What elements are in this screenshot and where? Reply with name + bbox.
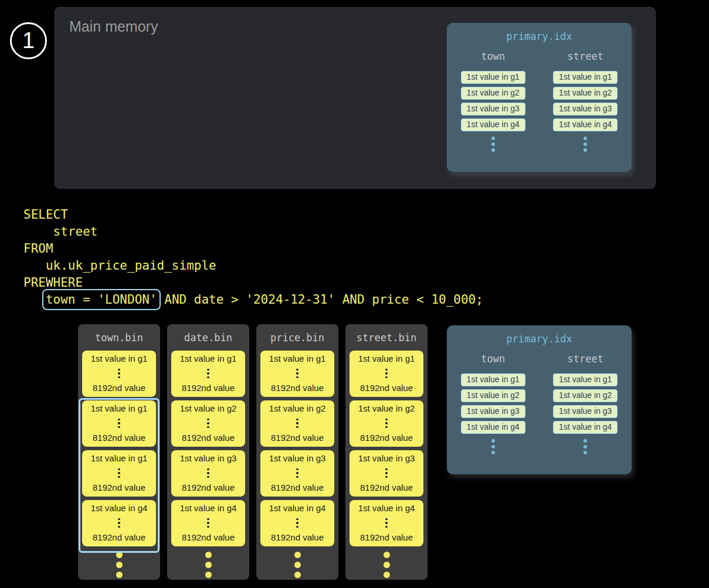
- granule-first-value: 1st value in g3: [269, 454, 326, 464]
- granule: 1st value in g1 8192nd value: [171, 351, 245, 397]
- dot: [491, 439, 495, 443]
- granule: 1st value in g4 8192nd value: [82, 500, 156, 546]
- dot: [118, 518, 120, 521]
- granule-last-value: 8192nd value: [360, 383, 413, 393]
- granule: 1st value in g1 8192nd value: [260, 351, 334, 397]
- sql-prewhere-highlight: town = 'LONDON': [46, 293, 157, 307]
- index-entry: 1st value in g4: [553, 421, 618, 434]
- dot: [205, 572, 212, 578]
- dot: [385, 526, 388, 528]
- dot: [296, 422, 298, 424]
- index-entries: 1st value in g1 1st value in g2 1st valu…: [540, 373, 632, 434]
- dot: [294, 572, 301, 578]
- sql-query: SELECT street FROM uk.uk_price_paid_simp…: [23, 206, 483, 308]
- primary-idx-column-street: street 1st value in g1 1st value in g2 1…: [540, 345, 632, 457]
- column-header-town: town: [447, 353, 540, 365]
- granule: 1st value in g3 8192nd value: [260, 450, 334, 497]
- dot: [384, 552, 390, 558]
- sql-text-before: SELECT street FROM uk.uk_price_paid_simp…: [23, 208, 216, 307]
- granule-last-value: 8192nd value: [182, 533, 235, 543]
- vertical-ellipsis-icon: [540, 137, 632, 152]
- primary-idx-title: primary.idx: [447, 325, 632, 345]
- dot: [118, 372, 120, 375]
- vertical-ellipsis-icon: [118, 467, 120, 480]
- granule-first-value: 1st value in g1: [180, 354, 237, 364]
- dot: [384, 562, 390, 568]
- dot: [296, 372, 298, 375]
- vertical-ellipsis-icon: [118, 417, 120, 430]
- granule-first-value: 1st value in g1: [91, 454, 148, 464]
- index-entry: 1st value in g1: [461, 373, 525, 386]
- granule-last-value: 8192nd value: [271, 533, 324, 543]
- dot: [118, 476, 120, 478]
- granule: 1st value in g3 8192nd value: [350, 450, 423, 497]
- column-file-date-bin: date.bin 1st value in g1 8192nd value 1s…: [167, 324, 249, 580]
- granule-first-value: 1st value in g2: [358, 404, 415, 414]
- dot: [207, 426, 209, 429]
- dot: [118, 376, 120, 379]
- granule-first-value: 1st value in g1: [269, 354, 326, 364]
- dot: [584, 142, 587, 146]
- granule: 1st value in g2 8192nd value: [171, 400, 245, 447]
- index-entry: 1st value in g1: [461, 71, 525, 84]
- granule-list: 1st value in g1 8192nd value 1st value i…: [167, 351, 249, 546]
- column-file-title: street.bin: [345, 324, 428, 344]
- index-entry: 1st value in g4: [461, 118, 525, 131]
- primary-idx-column-town: town 1st value in g1 1st value in g2 1st…: [447, 345, 540, 457]
- primary-idx-title: primary.idx: [447, 23, 632, 42]
- dot: [385, 372, 388, 375]
- granule-first-value: 1st value in g4: [358, 504, 415, 514]
- dot: [116, 562, 123, 568]
- vertical-ellipsis-icon: [296, 417, 298, 430]
- column-header-street: street: [540, 353, 632, 365]
- dot: [491, 148, 495, 152]
- vertical-ellipsis-icon: [385, 516, 388, 530]
- granule: 1st value in g1 8192nd value: [82, 400, 156, 447]
- dot: [205, 552, 212, 558]
- dot: [294, 562, 301, 568]
- column-file-street-bin: street.bin 1st value in g1 8192nd value …: [345, 324, 428, 580]
- granule-last-value: 8192nd value: [360, 483, 413, 493]
- dot: [207, 476, 209, 478]
- dot: [296, 419, 298, 421]
- dot: [385, 518, 388, 521]
- index-entry: 1st value in g2: [553, 87, 618, 100]
- dot: [118, 526, 120, 528]
- dot: [296, 472, 298, 474]
- granule-first-value: 1st value in g1: [91, 354, 148, 364]
- dot: [118, 472, 120, 474]
- granule-list: 1st value in g1 8192nd value 1st value i…: [78, 351, 160, 546]
- granule: 1st value in g1 8192nd value: [350, 351, 423, 397]
- vertical-ellipsis-icon: [296, 467, 298, 480]
- granule-first-value: 1st value in g4: [180, 504, 237, 514]
- dot: [385, 419, 388, 421]
- vertical-ellipsis-icon: [207, 417, 209, 430]
- dot: [118, 422, 120, 424]
- dot: [385, 376, 388, 379]
- dot: [207, 526, 209, 528]
- column-file-price-bin: price.bin 1st value in g1 8192nd value 1…: [256, 324, 338, 580]
- dot: [491, 137, 495, 140]
- index-entry: 1st value in g2: [553, 389, 618, 402]
- dot: [385, 426, 388, 429]
- granule: 1st value in g3 8192nd value: [171, 450, 245, 497]
- dot: [296, 369, 298, 371]
- primary-idx-column-town: town 1st value in g1 1st value in g2 1st…: [447, 42, 540, 154]
- granule-last-value: 8192nd value: [360, 533, 413, 543]
- dot: [296, 426, 298, 429]
- vertical-ellipsis-icon: [118, 367, 120, 380]
- main-memory-title: Main memory: [69, 18, 158, 35]
- dot: [584, 148, 587, 152]
- dot: [207, 419, 209, 421]
- dot: [584, 445, 587, 448]
- dot: [296, 376, 298, 379]
- dot: [207, 468, 209, 471]
- dot: [207, 422, 209, 424]
- granule-first-value: 1st value in g4: [269, 504, 326, 514]
- granule-first-value: 1st value in g1: [358, 354, 415, 364]
- vertical-ellipsis-icon: [256, 552, 338, 578]
- granule-first-value: 1st value in g3: [358, 454, 415, 464]
- dot: [118, 468, 120, 471]
- dot: [296, 518, 298, 521]
- granule-last-value: 8192nd value: [182, 433, 235, 443]
